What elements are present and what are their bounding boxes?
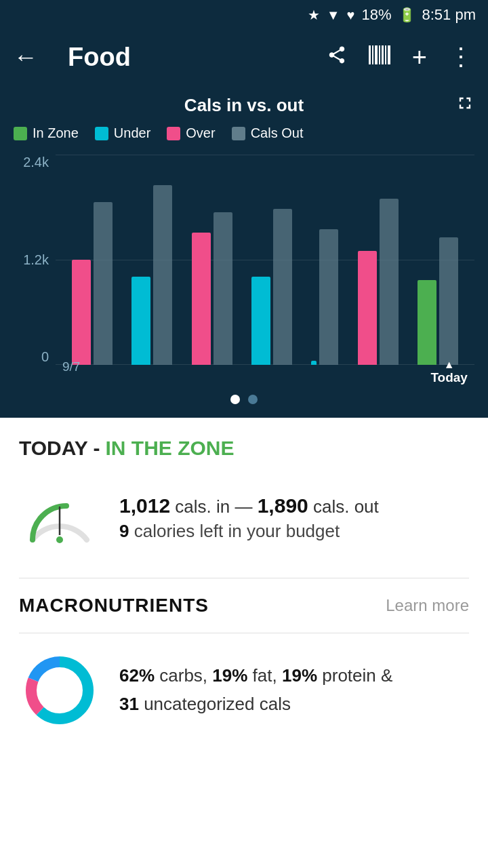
content-section: TODAY - IN THE ZONE 1,012 cals. in — 1,8… — [0, 418, 488, 731]
macro-header: MACRONUTRIENTS Learn more — [19, 595, 469, 616]
learn-more-link[interactable]: Learn more — [386, 596, 469, 615]
barcode-icon[interactable] — [369, 45, 390, 70]
status-icons: ★ ▼ ♥ 18% 🔋 8:51 pm — [308, 6, 476, 24]
status-bar: ★ ▼ ♥ 18% 🔋 8:51 pm — [0, 0, 488, 30]
wifi-icon: ▼ — [327, 7, 340, 23]
time-text: 8:51 pm — [422, 6, 476, 24]
cals-in-out: 1,012 cals. in — 1,890 cals. out — [119, 490, 469, 521]
legend-cals-out: Cals Out — [232, 125, 304, 141]
macro-content: 62% carbs, 19% fat, 19% protein & 31 unc… — [19, 650, 469, 731]
bar-3-calsout — [214, 212, 232, 365]
legend-in-zone: In Zone — [14, 125, 79, 141]
bar-6-over — [358, 251, 377, 365]
battery-text: 18% — [361, 6, 391, 24]
bar-group-4 — [251, 209, 292, 365]
cals-out-dot — [232, 127, 245, 140]
x-label-end: Today — [430, 370, 468, 385]
x-label-start: 9/7 — [62, 359, 80, 385]
cals-left: 9 calories left in your budget — [119, 521, 469, 542]
cals-left-text: calories left in your budget — [134, 521, 340, 541]
today-triangle: ▲ — [444, 359, 455, 370]
svg-rect-5 — [385, 45, 386, 64]
svg-rect-1 — [372, 45, 373, 64]
over-dot — [167, 127, 180, 140]
y-axis: 2.4k 1.2k 0 — [14, 155, 49, 385]
svg-rect-0 — [369, 45, 371, 64]
in-zone-label: In Zone — [33, 125, 79, 141]
bar-3-over — [192, 233, 211, 365]
legend-under: Under — [95, 125, 150, 141]
expand-icon[interactable] — [455, 94, 474, 117]
today-status: TODAY - IN THE ZONE — [19, 437, 469, 460]
signal-icon: ♥ — [347, 7, 355, 23]
share-icon[interactable] — [327, 45, 347, 70]
in-zone-dot — [14, 127, 27, 140]
calorie-info: 1,012 cals. in — 1,890 cals. out 9 calor… — [119, 490, 469, 542]
calorie-summary: 1,012 cals. in — 1,890 cals. out 9 calor… — [19, 479, 469, 553]
bar-1-calsout — [94, 202, 113, 365]
bars-container: 9/7 ▲ Today — [56, 155, 474, 385]
y-label-top: 2.4k — [14, 155, 49, 170]
cals-out-value: 1,890 — [258, 494, 308, 517]
back-button[interactable]: ← — [14, 43, 54, 71]
uncategorized-label: uncategorized cals — [144, 694, 291, 714]
fat-label: fat, — [253, 665, 277, 686]
today-zone: IN THE ZONE — [106, 437, 235, 460]
macro-section: MACRONUTRIENTS Learn more 62% carbs, — [19, 578, 469, 731]
cals-in-value: 1,012 — [119, 494, 170, 517]
carbs-label: carbs, — [159, 665, 207, 686]
page-title: Food — [68, 43, 327, 72]
bar-group-5 — [311, 229, 338, 365]
bars-wrapper — [56, 155, 474, 365]
under-label: Under — [114, 125, 150, 141]
y-label-mid: 1.2k — [14, 252, 49, 268]
bar-2-under — [131, 277, 150, 365]
today-label: TODAY - — [19, 437, 100, 460]
more-icon[interactable]: ⋮ — [449, 43, 474, 71]
donut-chart — [19, 650, 100, 731]
bar-4-calsout — [273, 209, 292, 365]
svg-rect-6 — [388, 45, 390, 64]
over-label: Over — [186, 125, 215, 141]
bar-group-2 — [131, 185, 172, 365]
chart-section: Cals in vs. out In Zone Under Over Cals … — [0, 84, 488, 418]
bar-today-inzone — [418, 280, 436, 365]
x-label-today-group: ▲ Today — [430, 359, 468, 385]
cals-out-label: Cals Out — [251, 125, 304, 141]
uncategorized-value: 31 — [119, 694, 139, 714]
svg-rect-4 — [382, 45, 384, 64]
bar-group-1 — [72, 202, 113, 365]
battery-icon: 🔋 — [399, 7, 415, 23]
bluetooth-icon: ★ — [308, 7, 320, 23]
cals-left-value: 9 — [119, 521, 129, 541]
legend-over: Over — [167, 125, 215, 141]
bar-group-6 — [358, 199, 399, 365]
add-icon[interactable]: + — [412, 43, 427, 72]
protein-pct: 19% — [282, 665, 317, 686]
dot-1 — [230, 395, 240, 404]
carbs-pct: 62% — [119, 665, 155, 686]
gauge-container — [19, 479, 100, 553]
bar-today-calsout — [439, 237, 458, 365]
svg-rect-3 — [379, 45, 380, 64]
svg-point-8 — [56, 536, 64, 544]
donut-svg — [19, 650, 100, 731]
macro-title: MACRONUTRIENTS — [19, 595, 209, 616]
nav-bar: ← Food + ⋮ — [0, 30, 488, 84]
protein-label: protein & — [322, 665, 392, 686]
macro-divider — [19, 633, 469, 633]
bar-4-under — [251, 277, 270, 365]
svg-rect-2 — [375, 45, 378, 64]
bar-group-3 — [192, 212, 232, 365]
chart-legend: In Zone Under Over Cals Out — [14, 125, 474, 141]
bar-group-today — [418, 237, 458, 365]
chart-title: Cals in vs. out — [184, 95, 304, 116]
dot-2 — [248, 395, 258, 404]
nav-actions: + ⋮ — [327, 43, 474, 72]
fat-pct: 19% — [212, 665, 247, 686]
bar-5-calsout — [319, 229, 338, 365]
bar-chart: 2.4k 1.2k 0 — [14, 155, 474, 385]
gauge-svg — [19, 479, 100, 553]
chart-header: Cals in vs. out — [14, 95, 474, 116]
bar-6-calsout — [380, 199, 399, 365]
